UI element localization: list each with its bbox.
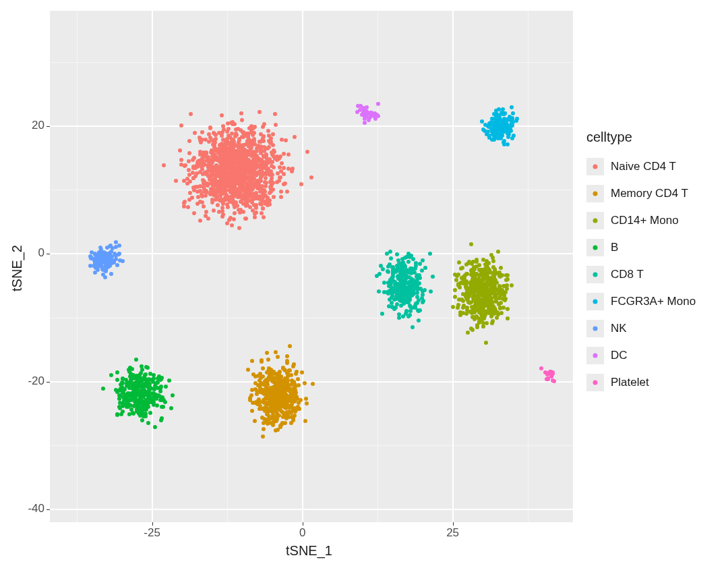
data-point	[198, 136, 202, 140]
data-point	[491, 306, 495, 310]
data-point	[511, 111, 515, 115]
data-point	[144, 399, 148, 403]
data-point	[142, 414, 146, 418]
data-point	[239, 161, 243, 165]
data-point	[415, 273, 419, 277]
data-point	[281, 388, 285, 392]
data-point	[239, 169, 243, 173]
data-point	[476, 290, 480, 294]
data-point	[464, 296, 468, 300]
data-point	[252, 170, 256, 174]
data-point	[270, 372, 274, 376]
data-point	[402, 273, 406, 277]
data-point	[147, 396, 151, 400]
data-point	[133, 382, 137, 386]
data-point	[255, 158, 259, 162]
data-point	[138, 392, 142, 396]
data-point	[487, 289, 491, 293]
data-point	[398, 283, 402, 287]
data-point	[400, 265, 404, 269]
data-point	[240, 159, 244, 163]
data-point	[237, 157, 241, 161]
data-point	[484, 301, 488, 305]
data-point	[497, 271, 502, 275]
data-point	[481, 277, 485, 281]
data-point	[457, 298, 461, 302]
data-point	[481, 298, 485, 302]
data-point	[549, 370, 553, 374]
data-point	[196, 159, 200, 163]
data-point	[289, 390, 293, 394]
data-point	[276, 400, 280, 404]
data-point	[252, 165, 256, 169]
data-point	[265, 159, 269, 163]
data-point	[483, 287, 487, 291]
data-point	[259, 132, 263, 136]
data-point	[462, 280, 466, 284]
data-point	[270, 152, 274, 157]
data-point	[242, 173, 246, 177]
data-point	[239, 111, 243, 115]
data-point	[182, 201, 186, 205]
data-point	[478, 287, 482, 291]
data-point	[499, 111, 504, 115]
data-point	[491, 304, 495, 308]
data-point	[499, 293, 503, 297]
data-point	[221, 161, 225, 165]
data-point	[237, 172, 241, 176]
data-point	[101, 273, 105, 277]
data-point	[233, 159, 237, 163]
data-point	[98, 257, 102, 261]
data-point	[213, 140, 217, 144]
data-point	[510, 105, 514, 109]
data-point	[481, 285, 485, 289]
data-point	[239, 199, 243, 203]
data-point	[261, 206, 265, 210]
data-point	[125, 405, 129, 409]
data-point	[195, 171, 199, 175]
data-point	[96, 260, 100, 264]
data-point	[491, 265, 495, 269]
data-point	[251, 157, 255, 161]
data-point	[278, 424, 282, 428]
data-point	[130, 393, 134, 397]
data-point	[251, 153, 255, 157]
data-point	[146, 393, 150, 397]
data-point	[217, 159, 221, 163]
data-point	[368, 115, 372, 119]
data-point	[231, 180, 235, 184]
data-point	[489, 120, 493, 124]
data-point	[492, 291, 496, 296]
data-point	[233, 185, 237, 189]
data-point	[243, 167, 247, 171]
data-point	[256, 159, 260, 163]
data-point	[493, 295, 497, 299]
data-point	[216, 147, 220, 151]
data-point	[493, 273, 497, 277]
data-point	[253, 374, 257, 378]
data-point	[135, 385, 139, 389]
data-point	[480, 281, 484, 285]
data-point	[407, 283, 411, 287]
data-point	[252, 139, 256, 143]
data-point	[240, 163, 244, 167]
data-point	[280, 387, 284, 391]
data-point	[254, 154, 258, 159]
data-point	[131, 386, 135, 390]
data-point	[244, 204, 248, 208]
data-point	[238, 210, 242, 215]
data-point	[138, 406, 142, 410]
data-point	[470, 310, 474, 314]
data-point	[390, 296, 394, 300]
data-point	[212, 165, 216, 169]
data-point	[280, 398, 284, 402]
data-point	[202, 162, 206, 166]
legend-item: B	[586, 235, 721, 260]
data-point	[211, 142, 215, 146]
data-point	[403, 269, 407, 273]
data-point	[280, 395, 284, 399]
data-point	[154, 393, 158, 397]
data-point	[465, 272, 469, 276]
data-point	[101, 266, 105, 271]
data-point	[233, 169, 237, 173]
